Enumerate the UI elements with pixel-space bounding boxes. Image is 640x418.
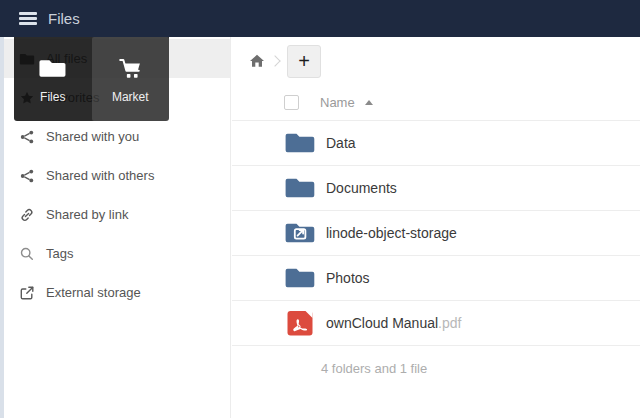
file-extension: .pdf	[438, 315, 461, 331]
sidebar-item-label: Shared with you	[46, 129, 139, 144]
app-menu-item-label: Market	[112, 90, 149, 104]
file-row-owncloud-manual-pdf[interactable]: ownCloud Manual.pdf	[232, 300, 640, 345]
sidebar-item-shared-with-you[interactable]: Shared with you	[4, 117, 230, 156]
share-icon	[19, 168, 35, 184]
file-row-photos[interactable]: Photos	[232, 255, 640, 300]
sidebar-item-tags[interactable]: Tags	[4, 234, 230, 273]
sort-ascending-icon	[365, 100, 373, 105]
breadcrumb-home[interactable]	[249, 52, 267, 70]
file-list-header: Name	[232, 85, 640, 120]
file-name: ownCloud Manual	[326, 315, 438, 331]
shopping-cart-icon	[116, 55, 144, 83]
file-name: Data	[326, 135, 356, 151]
folder-icon	[284, 262, 316, 294]
app-menu-item-market[interactable]: Market	[92, 37, 170, 121]
sidebar-item-label: External storage	[46, 285, 141, 300]
file-list-summary: 4 folders and 1 file	[232, 345, 640, 391]
app-menu-item-label: Files	[40, 90, 65, 104]
share-icon	[19, 129, 35, 145]
external-storage-icon	[19, 285, 35, 301]
column-header-name[interactable]: Name	[320, 95, 373, 110]
folder-icon	[284, 172, 316, 204]
pdf-file-icon	[284, 307, 316, 339]
file-row-linode-object-storage[interactable]: linode-object-storage	[232, 210, 640, 255]
summary-text: 4 folders and 1 file	[321, 361, 427, 376]
column-header-label: Name	[320, 95, 355, 110]
link-icon	[19, 207, 35, 223]
hamburger-icon	[19, 12, 37, 15]
sidebar-item-shared-with-others[interactable]: Shared with others	[4, 156, 230, 195]
sidebar-item-shared-by-link[interactable]: Shared by link	[4, 195, 230, 234]
window-edge-strip	[0, 37, 4, 418]
app-switcher-menu: Files Market	[14, 37, 169, 121]
file-list-panel: + Name Data Documents linode-ob	[232, 37, 640, 418]
select-all-checkbox[interactable]	[284, 95, 299, 110]
breadcrumb-controls: +	[232, 37, 640, 85]
external-folder-icon	[284, 217, 316, 249]
sidebar-item-label: Tags	[46, 246, 73, 261]
file-row-documents[interactable]: Documents	[232, 165, 640, 210]
app-menu-toggle[interactable]	[19, 10, 37, 28]
magnifier-icon	[19, 246, 35, 262]
chevron-right-icon	[269, 55, 280, 66]
file-name: linode-object-storage	[326, 225, 457, 241]
sidebar-item-external-storage[interactable]: External storage	[4, 273, 230, 312]
page-title: Files	[48, 10, 80, 27]
top-bar: Files	[0, 0, 640, 37]
home-icon	[249, 53, 265, 69]
file-name: Documents	[326, 180, 397, 196]
sidebar-item-label: Shared with others	[46, 168, 154, 183]
folder-icon	[284, 127, 316, 159]
app-menu-item-files[interactable]: Files	[14, 37, 92, 121]
sidebar-item-label: Shared by link	[46, 207, 128, 222]
file-row-data[interactable]: Data	[232, 120, 640, 165]
new-file-button[interactable]: +	[287, 45, 321, 78]
folder-icon	[38, 54, 67, 83]
file-name: Photos	[326, 270, 370, 286]
